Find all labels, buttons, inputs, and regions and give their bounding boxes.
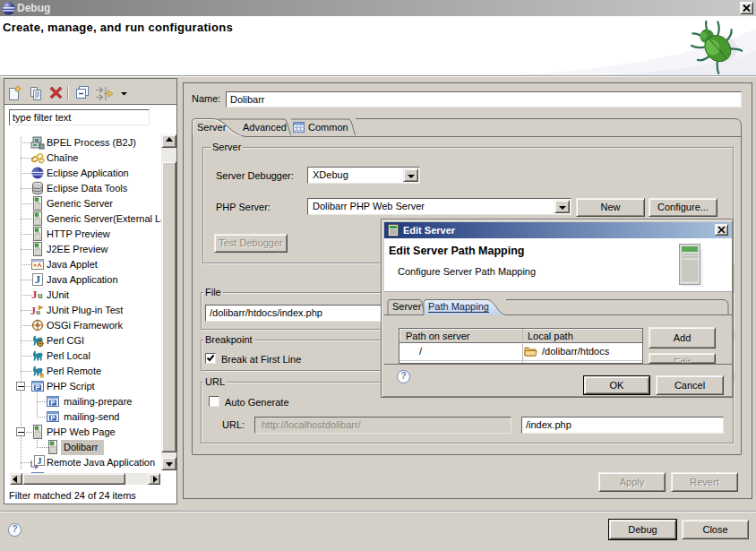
svg-text:J: J — [38, 456, 42, 466]
svg-text:P: P — [35, 383, 40, 392]
svg-text:J: J — [35, 273, 40, 286]
svg-text:R: R — [40, 374, 45, 379]
svg-text:J: J — [31, 288, 38, 301]
svg-text:u: u — [38, 290, 43, 300]
svg-text:P: P — [50, 399, 56, 407]
svg-text:P: P — [50, 414, 56, 422]
